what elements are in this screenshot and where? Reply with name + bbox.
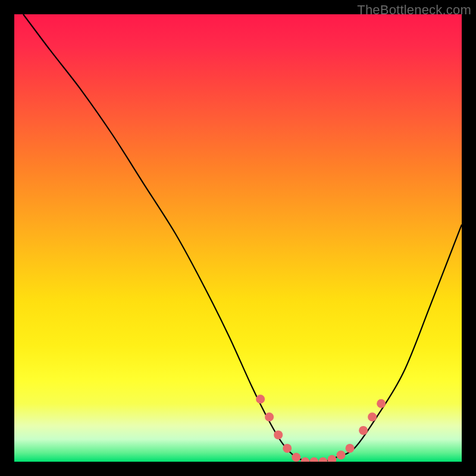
heat-gradient <box>14 14 462 462</box>
watermark-text: TheBottleneck.com <box>357 2 471 18</box>
chart-area <box>14 14 462 462</box>
